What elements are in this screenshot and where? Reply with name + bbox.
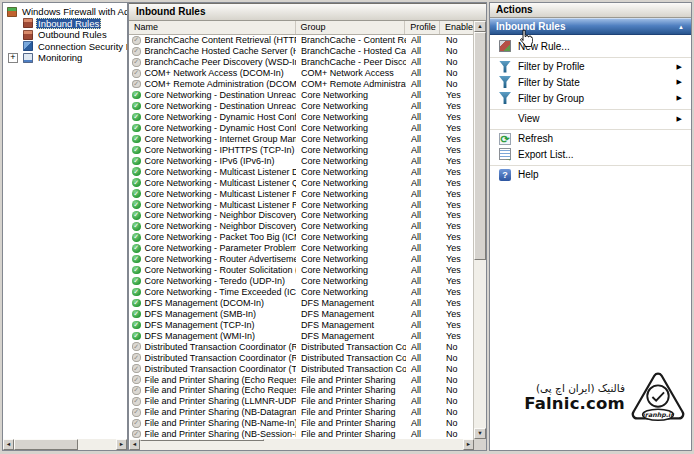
- rule-row[interactable]: Core Networking - Teredo (UDP-In) Core N…: [129, 276, 473, 287]
- rule-row[interactable]: Core Networking - IPHTTPS (TCP-In) Core …: [129, 144, 473, 155]
- rule-row[interactable]: Core Networking - Destination Unreachabl…: [129, 101, 473, 112]
- enabled-rule-icon: [132, 310, 141, 319]
- scroll-right-arrow-icon[interactable]: ►: [116, 439, 127, 450]
- rule-profile: All: [406, 167, 441, 177]
- rule-row[interactable]: Core Networking - Parameter Problem (ICM…: [129, 243, 473, 254]
- rule-row[interactable]: Core Networking - Time Exceeded (ICMPv6-…: [129, 287, 473, 298]
- column-header[interactable]: Profile: [405, 21, 440, 34]
- rule-group: Core Networking: [296, 243, 406, 253]
- rule-row[interactable]: DFS Management (WMI-In) DFS Management A…: [129, 330, 473, 341]
- rule-row[interactable]: Core Networking - Dynamic Host Configura…: [129, 112, 473, 123]
- rule-row[interactable]: Core Networking - Destination Unreachabl…: [129, 90, 473, 101]
- rule-row[interactable]: Distributed Transaction Coordinator (RPC…: [129, 341, 473, 352]
- actions-section-header[interactable]: Inbound Rules ▲: [490, 18, 691, 35]
- collapse-arrow-icon[interactable]: ▲: [678, 19, 684, 35]
- iranhp-badge-icon: iranhp.ir: [630, 370, 686, 424]
- rule-row[interactable]: DFS Management (SMB-In) DFS Management A…: [129, 308, 473, 319]
- rule-row[interactable]: Core Networking - Router Solicitation (I…: [129, 265, 473, 276]
- rule-row[interactable]: Distributed Transaction Coordinator (TCP…: [129, 363, 473, 374]
- rule-row[interactable]: BranchCache Peer Discovery (WSD-In) Bran…: [129, 57, 473, 68]
- rule-row[interactable]: Distributed Transaction Coordinator (RPC…: [129, 352, 473, 363]
- falnic-watermark: فالنیک (ایران اچ پی) Falnic.com iranhp.i…: [524, 370, 686, 424]
- scroll-right-arrow-icon[interactable]: ►: [463, 439, 474, 450]
- rule-row[interactable]: Core Networking - Neighbor Discovery Sol…: [129, 221, 473, 232]
- rule-enabled: Yes: [441, 331, 473, 341]
- rule-row[interactable]: File and Printer Sharing (NB-Name-In) Fi…: [129, 418, 473, 429]
- column-header[interactable]: Group: [296, 21, 406, 34]
- rule-name: Core Networking - Packet Too Big (ICMPv6…: [145, 232, 297, 242]
- scroll-up-arrow-icon[interactable]: ▲: [474, 21, 486, 32]
- list-horizontal-scrollbar[interactable]: ◄ ►: [129, 439, 486, 450]
- rule-profile: All: [406, 243, 441, 253]
- rule-row[interactable]: DFS Management (DCOM-In) DFS Management …: [129, 298, 473, 309]
- rule-enabled: Yes: [441, 221, 473, 231]
- rule-group: DFS Management: [296, 298, 406, 308]
- scrollbar-thumb[interactable]: [140, 439, 264, 441]
- rule-group: Core Networking: [296, 178, 406, 188]
- tree-item[interactable]: Inbound Rules: [3, 18, 127, 30]
- scrollbar-thumb[interactable]: [474, 32, 486, 260]
- scroll-left-arrow-icon[interactable]: ◄: [3, 439, 14, 450]
- tree-horizontal-scrollbar[interactable]: ◄ ►: [3, 439, 127, 450]
- rule-profile: All: [406, 407, 441, 417]
- rule-profile: All: [406, 210, 441, 220]
- rule-name: Core Networking - IPv6 (IPv6-In): [145, 156, 275, 166]
- action-item[interactable]: View ▶: [490, 109, 691, 126]
- rule-row[interactable]: COM+ Network Access (DCOM-In) COM+ Netwo…: [129, 68, 473, 79]
- outbound-rules-icon: [23, 30, 33, 40]
- rule-row[interactable]: Core Networking - Packet Too Big (ICMPv6…: [129, 232, 473, 243]
- rule-row[interactable]: File and Printer Sharing (Echo Request -…: [129, 385, 473, 396]
- action-item[interactable]: Filter by Profile ▶: [490, 57, 691, 74]
- tree-item[interactable]: Connection Security Rules: [3, 41, 127, 53]
- rule-profile: All: [406, 35, 441, 45]
- action-item[interactable]: Help ▶: [490, 165, 691, 182]
- rule-row[interactable]: Core Networking - Multicast Listener Rep…: [129, 188, 473, 199]
- rule-row[interactable]: Core Networking - IPv6 (IPv6-In) Core Ne…: [129, 155, 473, 166]
- rule-group: Core Networking: [296, 200, 406, 210]
- tree-item-firewall-root[interactable]: Windows Firewall with Advanced S: [3, 6, 127, 18]
- rule-row[interactable]: Core Networking - Router Advertisement (…: [129, 254, 473, 265]
- tree-item[interactable]: Monitoring: [3, 52, 127, 64]
- action-item[interactable]: Export List... ▶: [490, 146, 691, 162]
- rule-row[interactable]: File and Printer Sharing (LLMNR-UDP-In) …: [129, 396, 473, 407]
- action-item[interactable]: Filter by State ▶: [490, 74, 691, 90]
- rule-row[interactable]: DFS Management (TCP-In) DFS Management A…: [129, 319, 473, 330]
- rule-enabled: No: [441, 57, 473, 67]
- rule-profile: All: [406, 68, 441, 78]
- rule-row[interactable]: Core Networking - Multicast Listener Don…: [129, 166, 473, 177]
- rule-row[interactable]: Core Networking - Neighbor Discovery Adv…: [129, 210, 473, 221]
- disabled-rule-icon: [132, 36, 141, 45]
- rule-enabled: No: [441, 342, 473, 352]
- disabled-rule-icon: [132, 408, 141, 417]
- rule-row[interactable]: Core Networking - Multicast Listener Que…: [129, 177, 473, 188]
- rule-profile: All: [406, 221, 441, 231]
- rule-name: COM+ Network Access (DCOM-In): [145, 68, 284, 78]
- rule-enabled: No: [441, 375, 473, 385]
- rule-row[interactable]: BranchCache Hosted Cache Server (HTTP-In…: [129, 46, 473, 57]
- list-vertical-scrollbar[interactable]: ▲ ▼: [473, 21, 486, 439]
- column-header[interactable]: Enabled: [440, 21, 473, 34]
- scroll-left-arrow-icon[interactable]: ◄: [129, 439, 140, 450]
- rule-row[interactable]: Core Networking - Dynamic Host Configura…: [129, 123, 473, 134]
- rule-profile: All: [406, 123, 441, 133]
- column-header[interactable]: Name: [129, 21, 296, 34]
- rule-row[interactable]: File and Printer Sharing (NB-Datagram-In…: [129, 407, 473, 418]
- enabled-rule-icon: [132, 189, 141, 198]
- tree-item[interactable]: Outbound Rules: [3, 29, 127, 41]
- submenu-arrow-icon: ▶: [677, 63, 682, 71]
- scroll-down-arrow-icon[interactable]: ▼: [474, 428, 486, 439]
- rule-enabled: Yes: [441, 167, 473, 177]
- rule-enabled: Yes: [441, 189, 473, 199]
- scrollbar-thumb[interactable]: [14, 439, 78, 450]
- console-tree-panel: Windows Firewall with Advanced S Inbound…: [2, 2, 128, 451]
- action-item[interactable]: Refresh ▶: [490, 129, 691, 146]
- action-item[interactable]: Filter by Group ▶: [490, 90, 691, 106]
- rule-row[interactable]: COM+ Remote Administration (DCOM-In) COM…: [129, 79, 473, 90]
- rule-row[interactable]: Core Networking - Internet Group Managem…: [129, 133, 473, 144]
- action-item[interactable]: New Rule... ▶: [490, 38, 691, 54]
- rule-row[interactable]: BranchCache Content Retrieval (HTTP-In) …: [129, 35, 473, 46]
- rule-row[interactable]: File and Printer Sharing (Echo Request -…: [129, 374, 473, 385]
- actions-panel-title: Actions: [490, 3, 691, 18]
- rule-row[interactable]: Core Networking - Multicast Listener Rep…: [129, 199, 473, 210]
- rule-row[interactable]: File and Printer Sharing (NB-Session-In)…: [129, 429, 473, 439]
